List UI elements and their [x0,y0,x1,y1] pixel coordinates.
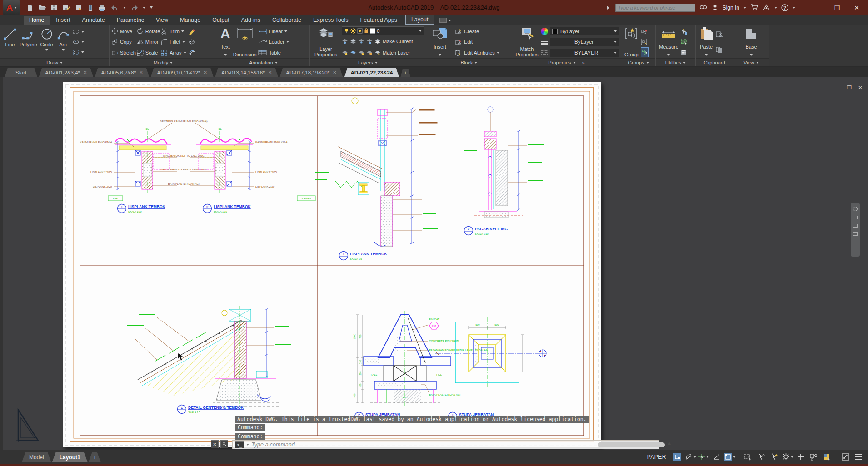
sign-in-button[interactable]: Sign In [723,5,739,11]
close-icon[interactable]: ✕ [139,70,143,75]
maximize-button[interactable]: ❐ [829,4,845,11]
stretch-button[interactable]: Stretch [111,48,136,58]
make-current-button[interactable]: Make Current [342,36,424,46]
open-from-mobile-button[interactable] [87,4,94,11]
paste-button[interactable]: Paste [698,26,715,58]
redo-dropdown-icon[interactable] [143,7,145,10]
linetype-select[interactable]: BYLAYER [550,49,619,57]
copy-clip-button[interactable] [716,45,723,55]
clean-screen-icon[interactable] [839,452,851,462]
layer-freeze-icon[interactable] [358,39,364,44]
annotation-scale-gear-icon[interactable] [782,452,793,462]
group-selection-toggle[interactable] [641,47,649,57]
circle-flyout-icon[interactable] [45,49,48,52]
undo-button[interactable] [111,5,119,11]
select-window-button[interactable] [681,37,688,47]
file-tab[interactable]: AD-001,2&3,4*✕ [39,68,93,77]
rectangle-button[interactable] [72,27,84,37]
line-button[interactable]: Line [2,26,18,58]
command-close-icon[interactable]: ✕ [211,440,219,448]
drawing-minimize-icon[interactable]: ─ [837,84,841,91]
layer-select[interactable]: 0 [342,26,424,35]
selection-cycling-icon[interactable] [742,452,754,462]
text-flyout-icon[interactable] [224,54,227,57]
search-input[interactable] [615,4,695,12]
linear-flyout-icon[interactable] [284,30,287,34]
layer-tool-icon[interactable] [366,50,373,55]
search-collapse-icon[interactable] [607,6,611,10]
help-dropdown-icon[interactable] [793,7,795,10]
tab-output[interactable]: Output [207,16,235,25]
close-icon[interactable]: ✕ [333,70,336,75]
autodesk-360-icon[interactable] [763,4,770,11]
drawing-viewport[interactable]: CL CL GENTENG KANMURI MILENIO (KM-4) KAN… [0,77,868,450]
array-button[interactable]: Array [161,48,186,58]
base-view-button[interactable]: Base [742,26,760,58]
file-tab[interactable]: AD-009,10,11&12*✕ [151,68,214,77]
application-menu-button[interactable]: A [3,0,20,15]
trim-flyout-icon[interactable] [181,30,184,34]
graphics-performance-icon[interactable] [821,452,833,462]
new-file-button[interactable] [26,4,34,11]
insert-flyout-icon[interactable] [439,54,441,57]
fillet-button[interactable]: Fillet [161,37,186,47]
paste-flyout-icon[interactable] [705,54,708,57]
panel-label-properties[interactable]: Properties» [512,58,621,66]
object-snap-icon[interactable] [724,452,736,462]
edit-attributes-flyout-icon[interactable] [497,52,499,55]
customization-menu-icon[interactable] [853,452,864,462]
navigation-bar[interactable] [851,203,860,257]
search-icon[interactable] [699,5,708,11]
open-file-button[interactable] [38,4,46,11]
object-color-select[interactable]: ByLayer [550,27,619,35]
panel-label-clipboard[interactable]: Clipboard [696,58,733,66]
minimize-button[interactable]: ─ [810,4,825,11]
copy-button[interactable]: Copy [111,37,136,47]
match-properties-button[interactable]: Match Properties [514,26,540,58]
annotation-objects-icon[interactable] [808,452,820,462]
panel-label-groups[interactable]: Groups [621,58,655,66]
circle-button[interactable]: Circle [39,26,55,58]
close-button[interactable]: ✕ [849,4,864,11]
transfer-button[interactable] [75,4,83,11]
help-icon[interactable]: ? [781,4,788,11]
object-snap-tracking-icon[interactable] [698,452,709,462]
crosshair-isolate-icon[interactable] [795,452,807,462]
tab-express-tools[interactable]: Express Tools [308,16,354,25]
layer-isolate-icon[interactable] [350,39,356,44]
layer-off-icon[interactable] [342,39,348,44]
dimension-button[interactable]: Dimension [232,26,258,58]
annotation-autoscale-icon[interactable] [768,452,780,462]
offset-button[interactable] [188,47,195,57]
ellipse-button[interactable] [72,37,84,47]
mirror-button[interactable]: Mirror [137,37,160,47]
file-tab-start[interactable]: Start [5,68,37,77]
tab-layout[interactable]: Layout [405,15,434,25]
zoom-extents-icon[interactable] [853,224,858,228]
file-tab[interactable]: AD-005,6,7&8*✕ [95,68,149,77]
trim-button[interactable]: Trim [161,26,186,36]
insert-block-button[interactable]: Insert [428,26,452,58]
layout1-tab[interactable]: Layout1 [52,452,88,462]
panel-label-modify[interactable]: Modify [110,58,217,66]
ungroup-button[interactable] [641,27,649,37]
measure-flyout-icon[interactable] [667,54,670,57]
orbit-icon[interactable] [853,232,858,236]
save-as-button[interactable] [62,4,70,11]
tab-featured-apps[interactable]: Featured Apps [355,16,403,25]
undo-dropdown-icon[interactable] [123,7,126,10]
recent-commands-icon[interactable] [246,444,249,447]
tab-manage[interactable]: Manage [175,16,206,25]
drawing-restore-icon[interactable]: ❐ [847,84,852,91]
text-button[interactable]: A Text [219,26,232,58]
command-input[interactable]: >_ Type a command [232,440,659,449]
quick-select-button[interactable] [681,27,688,37]
close-icon[interactable]: ✕ [204,70,207,75]
paper-space-button[interactable]: PAPER [644,454,670,460]
panel-label-block[interactable]: Block [426,58,512,66]
linear-dimension-button[interactable]: Linear [258,26,308,36]
layer-tool-icon[interactable] [342,50,348,55]
a360-dropdown-icon[interactable] [774,7,777,10]
tab-view[interactable]: View [150,16,174,25]
tab-insert[interactable]: Insert [50,16,75,25]
